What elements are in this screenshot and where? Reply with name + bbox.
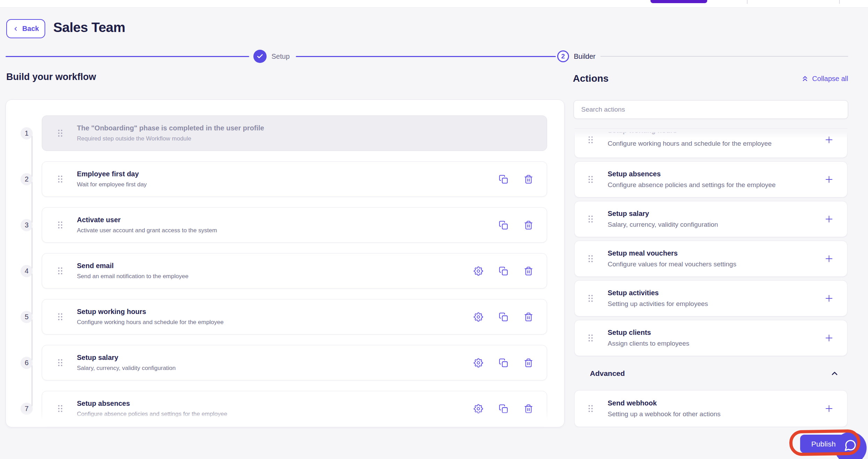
drag-handle-icon[interactable]	[58, 313, 62, 320]
action-card-setup-clients[interactable]: Setup clients Assign clients to employee…	[574, 320, 847, 356]
search-actions-input[interactable]	[574, 100, 848, 119]
workflow-card-setup-salary[interactable]: Setup salary Salary, currency, validity …	[42, 345, 547, 380]
configure-step-button[interactable]	[473, 312, 483, 322]
gear-icon	[474, 358, 483, 368]
trash-icon	[524, 266, 533, 276]
advanced-label: Advanced	[590, 369, 625, 378]
delete-step-button[interactable]	[523, 358, 533, 368]
workflow-card-employee-first-day[interactable]: Employee first day Wait for employee fir…	[42, 161, 547, 197]
drag-handle-icon[interactable]	[58, 176, 62, 183]
step-title: Employee first day	[77, 170, 147, 178]
drag-handle-icon[interactable]	[58, 405, 62, 412]
collapse-all-button[interactable]: Collapse all	[801, 74, 848, 83]
drag-handle-icon[interactable]	[589, 335, 593, 341]
action-card-setup-salary[interactable]: Setup salary Salary, currency, validity …	[574, 201, 847, 237]
delete-step-button[interactable]	[523, 220, 533, 230]
action-card-setup-absences[interactable]: Setup absences Configure absence policie…	[574, 161, 847, 198]
workflow-step-row: 3 Activate user Activate user account an…	[21, 207, 547, 243]
stepper-line-inactive	[600, 56, 848, 57]
action-description: Configure absence policies and settings …	[608, 181, 776, 189]
drag-handle-icon[interactable]	[589, 176, 593, 183]
delete-step-button[interactable]	[523, 174, 533, 184]
delete-step-button[interactable]	[523, 312, 533, 322]
active-tab-indicator	[650, 0, 707, 3]
plus-icon	[824, 293, 834, 304]
drag-handle-icon[interactable]	[589, 216, 593, 223]
workflow-step-row: 6 Setup salary Salary, currency, validit…	[21, 345, 547, 380]
message-bubble-icon[interactable]	[844, 439, 857, 452]
drag-handle-icon[interactable]	[58, 222, 62, 228]
step-description: Activate user account and grant access t…	[77, 227, 217, 234]
workflow-card-send-email[interactable]: Send email Send an email notification to…	[42, 253, 547, 289]
delete-step-button[interactable]	[523, 404, 533, 413]
duplicate-step-button[interactable]	[498, 312, 508, 322]
step-setup-check-circle[interactable]	[253, 50, 267, 63]
drag-handle-icon[interactable]	[589, 405, 593, 412]
configure-step-button[interactable]	[473, 266, 483, 276]
add-action-button[interactable]	[823, 293, 835, 304]
action-card-setup-meal-vouchers[interactable]: Setup meal vouchers Configure values for…	[574, 241, 847, 277]
gear-icon	[474, 266, 483, 276]
step-title: The "Onboarding" phase is completed in t…	[77, 124, 264, 132]
drag-handle-icon[interactable]	[589, 295, 593, 302]
action-title: Setup activities	[608, 289, 708, 297]
tab-separator	[839, 0, 840, 4]
action-card-send-webhook[interactable]: Send webhook Setting up a webhook for ot…	[574, 390, 847, 427]
add-action-button[interactable]	[823, 253, 835, 264]
step-title: Activate user	[77, 216, 217, 224]
chevrons-up-icon	[801, 74, 809, 83]
add-action-button[interactable]	[823, 174, 835, 185]
step-description: Wait for employee first day	[77, 181, 147, 188]
stepper-line	[296, 56, 555, 57]
drag-handle-icon[interactable]	[589, 136, 593, 143]
drag-handle-icon[interactable]	[58, 267, 62, 274]
add-action-button[interactable]	[823, 403, 835, 414]
trash-icon	[524, 175, 533, 184]
add-action-button[interactable]	[823, 214, 835, 225]
page-title: Sales Team	[53, 20, 125, 35]
step-builder-number: 2	[561, 53, 565, 60]
workflow-card-setup-working-hours[interactable]: Setup working hours Configure working ho…	[42, 299, 547, 335]
copy-icon	[499, 220, 508, 230]
action-title: Setup salary	[608, 210, 718, 218]
action-title: Send webhook	[608, 399, 720, 407]
collapse-all-label: Collapse all	[812, 75, 848, 83]
advanced-section-header[interactable]: Advanced	[574, 366, 847, 381]
step-description: Salary, currency, validity configuration	[77, 365, 176, 372]
check-icon	[257, 53, 263, 60]
workflow-canvas: 1 The "Onboarding" phase is completed in…	[6, 99, 565, 427]
configure-step-button[interactable]	[473, 404, 483, 413]
duplicate-step-button[interactable]	[498, 358, 508, 368]
delete-step-button[interactable]	[523, 266, 533, 276]
add-action-button[interactable]	[823, 134, 835, 145]
build-workflow-heading: Build your workflow	[6, 72, 96, 82]
step-builder-circle[interactable]: 2	[557, 50, 569, 62]
chevron-up-icon[interactable]	[830, 369, 839, 378]
plus-icon	[824, 214, 834, 224]
trash-icon	[524, 312, 533, 322]
action-title: Setup absences	[608, 170, 776, 178]
workflow-card-setup-absences[interactable]: Setup absences Configure absence policie…	[42, 391, 547, 426]
step-setup-label[interactable]: Setup	[271, 53, 290, 61]
duplicate-step-button[interactable]	[498, 404, 508, 413]
duplicate-step-button[interactable]	[498, 266, 508, 276]
workflow-step-row: 1 The "Onboarding" phase is completed in…	[21, 115, 547, 151]
search-actions-box	[574, 100, 848, 119]
duplicate-step-button[interactable]	[498, 174, 508, 184]
configure-step-button[interactable]	[473, 358, 483, 368]
action-card-setup-activities[interactable]: Setup activities Setting up activities f…	[574, 280, 847, 316]
add-action-button[interactable]	[823, 332, 835, 344]
duplicate-step-button[interactable]	[498, 220, 508, 230]
action-description: Configure values for meal vouchers setti…	[608, 260, 736, 268]
action-card-setup-working-hours[interactable]: Setup working hours Configure working ho…	[574, 128, 847, 158]
gear-icon	[474, 312, 483, 322]
drag-handle-icon[interactable]	[589, 255, 593, 262]
actions-list: Setup working hours Configure working ho…	[574, 128, 847, 427]
back-button[interactable]: Back	[6, 19, 45, 38]
drag-handle-icon[interactable]	[58, 359, 62, 366]
step-description: Send an email notification to the employ…	[77, 273, 188, 280]
step-number: 2	[21, 173, 33, 185]
step-builder-label[interactable]: Builder	[574, 53, 595, 61]
workflow-card-activate-user[interactable]: Activate user Activate user account and …	[42, 207, 547, 243]
copy-icon	[499, 266, 508, 276]
